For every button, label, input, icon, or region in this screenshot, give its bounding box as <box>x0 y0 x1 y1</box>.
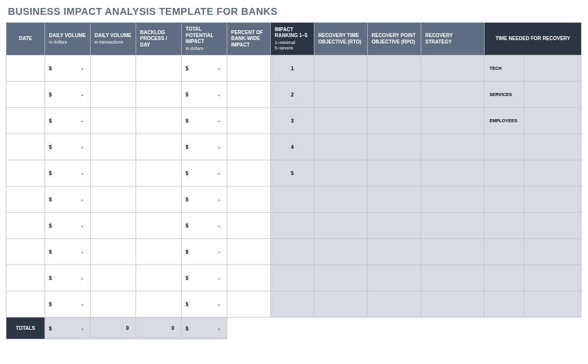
cell-impact-ranking[interactable] <box>271 265 314 291</box>
cell-rto[interactable] <box>314 265 368 291</box>
cell-percent-bankwide[interactable] <box>227 213 271 239</box>
cell-percent-bankwide[interactable] <box>227 134 271 160</box>
cell-recovery-strategy[interactable] <box>421 82 485 108</box>
cell-date[interactable] <box>6 82 45 108</box>
cell-daily-volume-transactions[interactable] <box>91 55 136 82</box>
cell-rto[interactable] <box>314 291 368 318</box>
cell-daily-volume-transactions[interactable] <box>91 134 136 160</box>
cell-recovery-value[interactable] <box>524 265 582 291</box>
cell-rpo[interactable] <box>368 291 421 318</box>
cell-impact-ranking[interactable]: 5 <box>271 160 314 186</box>
cell-rpo[interactable] <box>368 108 421 134</box>
cell-impact-ranking[interactable] <box>271 239 314 265</box>
cell-recovery-label[interactable] <box>485 291 524 318</box>
cell-recovery-label[interactable] <box>485 265 524 291</box>
cell-recovery-label[interactable]: SERVICES <box>485 82 524 108</box>
cell-impact-ranking[interactable]: 2 <box>271 82 314 108</box>
cell-daily-volume-dollars[interactable]: $- <box>45 265 91 291</box>
cell-date[interactable] <box>6 55 45 82</box>
cell-daily-volume-transactions[interactable] <box>91 82 136 108</box>
cell-rto[interactable] <box>314 108 368 134</box>
cell-recovery-value[interactable] <box>524 160 582 186</box>
cell-rpo[interactable] <box>368 186 421 213</box>
cell-daily-volume-transactions[interactable] <box>91 160 136 186</box>
cell-percent-bankwide[interactable] <box>227 108 271 134</box>
cell-rto[interactable] <box>314 82 368 108</box>
cell-backlog[interactable] <box>136 82 182 108</box>
cell-recovery-label[interactable]: EMPLOYEES <box>485 108 524 134</box>
cell-percent-bankwide[interactable] <box>227 55 271 82</box>
cell-rto[interactable] <box>314 239 368 265</box>
cell-recovery-strategy[interactable] <box>421 108 485 134</box>
cell-recovery-strategy[interactable] <box>421 291 485 318</box>
cell-percent-bankwide[interactable] <box>227 239 271 265</box>
cell-recovery-strategy[interactable] <box>421 265 485 291</box>
cell-rpo[interactable] <box>368 160 421 186</box>
cell-rto[interactable] <box>314 134 368 160</box>
cell-daily-volume-dollars[interactable]: $- <box>45 55 91 82</box>
cell-date[interactable] <box>6 186 45 213</box>
cell-total-potential-impact[interactable]: $- <box>182 239 227 265</box>
cell-percent-bankwide[interactable] <box>227 265 271 291</box>
cell-total-potential-impact[interactable]: $- <box>182 265 227 291</box>
cell-rpo[interactable] <box>368 239 421 265</box>
cell-percent-bankwide[interactable] <box>227 160 271 186</box>
cell-daily-volume-dollars[interactable]: $- <box>45 186 91 213</box>
cell-total-potential-impact[interactable]: $- <box>182 108 227 134</box>
cell-impact-ranking[interactable] <box>271 291 314 318</box>
cell-daily-volume-dollars[interactable]: $- <box>45 82 91 108</box>
cell-daily-volume-transactions[interactable] <box>91 186 136 213</box>
cell-impact-ranking[interactable]: 4 <box>271 134 314 160</box>
cell-date[interactable] <box>6 134 45 160</box>
cell-rto[interactable] <box>314 55 368 82</box>
cell-recovery-strategy[interactable] <box>421 55 485 82</box>
cell-date[interactable] <box>6 265 45 291</box>
cell-impact-ranking[interactable]: 1 <box>271 55 314 82</box>
cell-backlog[interactable] <box>136 134 182 160</box>
cell-recovery-value[interactable] <box>524 55 582 82</box>
cell-recovery-value[interactable] <box>524 186 582 213</box>
cell-rto[interactable] <box>314 160 368 186</box>
cell-daily-volume-transactions[interactable] <box>91 239 136 265</box>
cell-recovery-label[interactable] <box>485 160 524 186</box>
cell-date[interactable] <box>6 239 45 265</box>
cell-backlog[interactable] <box>136 213 182 239</box>
cell-total-potential-impact[interactable]: $- <box>182 160 227 186</box>
cell-rpo[interactable] <box>368 82 421 108</box>
cell-rpo[interactable] <box>368 55 421 82</box>
cell-recovery-value[interactable] <box>524 134 582 160</box>
cell-date[interactable] <box>6 108 45 134</box>
cell-date[interactable] <box>6 213 45 239</box>
cell-backlog[interactable] <box>136 186 182 213</box>
cell-daily-volume-dollars[interactable]: $- <box>45 213 91 239</box>
cell-impact-ranking[interactable] <box>271 213 314 239</box>
cell-recovery-strategy[interactable] <box>421 239 485 265</box>
cell-daily-volume-dollars[interactable]: $- <box>45 239 91 265</box>
cell-recovery-value[interactable] <box>524 239 582 265</box>
cell-recovery-value[interactable] <box>524 108 582 134</box>
cell-recovery-label[interactable] <box>485 239 524 265</box>
cell-daily-volume-dollars[interactable]: $- <box>45 134 91 160</box>
cell-backlog[interactable] <box>136 265 182 291</box>
cell-daily-volume-dollars[interactable]: $- <box>45 291 91 318</box>
cell-total-potential-impact[interactable]: $- <box>182 213 227 239</box>
cell-impact-ranking[interactable]: 3 <box>271 108 314 134</box>
cell-daily-volume-transactions[interactable] <box>91 265 136 291</box>
cell-recovery-value[interactable] <box>524 213 582 239</box>
cell-recovery-label[interactable] <box>485 213 524 239</box>
cell-total-potential-impact[interactable]: $- <box>182 134 227 160</box>
cell-recovery-label[interactable] <box>485 134 524 160</box>
cell-daily-volume-dollars[interactable]: $- <box>45 108 91 134</box>
cell-rpo[interactable] <box>368 265 421 291</box>
cell-total-potential-impact[interactable]: $- <box>182 291 227 318</box>
cell-total-potential-impact[interactable]: $- <box>182 55 227 82</box>
cell-rpo[interactable] <box>368 213 421 239</box>
cell-recovery-label[interactable] <box>485 186 524 213</box>
cell-recovery-value[interactable] <box>524 82 582 108</box>
cell-backlog[interactable] <box>136 108 182 134</box>
cell-daily-volume-transactions[interactable] <box>91 108 136 134</box>
cell-backlog[interactable] <box>136 239 182 265</box>
cell-backlog[interactable] <box>136 291 182 318</box>
cell-rto[interactable] <box>314 213 368 239</box>
cell-total-potential-impact[interactable]: $- <box>182 82 227 108</box>
